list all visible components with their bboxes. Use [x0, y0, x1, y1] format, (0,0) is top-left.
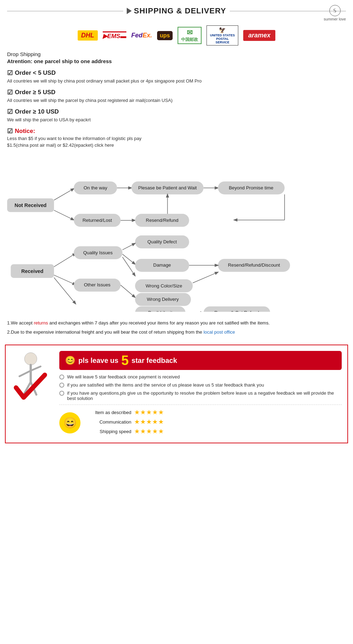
- resend-refund-discount-label: Resend/Refund/Discount: [228, 262, 280, 268]
- carrier-ems: ▶EMS▬: [103, 31, 126, 40]
- dont-like-label: Don't Like it: [148, 310, 173, 312]
- order-gte10-section: ☑ Order ≥ 10 USD We will ship the parcel…: [0, 107, 353, 126]
- checkmark-icon: ☑: [7, 69, 13, 77]
- please-wait-label: Plesase be Patient and Wait: [138, 185, 197, 190]
- page-header: SHIPPING & DELIVERY 𝕊 summer love: [0, 0, 353, 19]
- svg-line-2: [54, 210, 74, 220]
- beyond-promise-label: Beyond Promise time: [229, 185, 273, 190]
- feedback-banner: 😊 pls leave us 5 star feedback: [59, 351, 342, 370]
- svg-line-19: [122, 243, 135, 250]
- feedback-item-3: if you have any questions,pls give us th…: [59, 390, 342, 401]
- svg-line-20: [122, 254, 135, 265]
- svg-line-16: [54, 254, 76, 267]
- order-lt5-desc: All countries we will ship by china post…: [7, 78, 346, 86]
- flowchart-area: Not Received On the way Plesase be Patie…: [0, 150, 353, 316]
- notice-desc2: $1.5(china post air mail) or $2.42(epack…: [7, 142, 346, 148]
- return-policy: 1.We accept returns and exchanges within…: [0, 316, 353, 341]
- wrong-color-label: Wrong Color/Size: [145, 283, 182, 288]
- feedback-item-1: We will leave 5 star feedback once payme…: [59, 374, 342, 379]
- returns-link[interactable]: returns: [34, 320, 48, 326]
- not-received-label: Not Received: [14, 202, 46, 208]
- order-lt5-heading: ☑ Order < 5 USD: [7, 69, 346, 77]
- carrier-usps: 🦅 UNITED STATESPOSTAL SERVICE: [207, 25, 238, 45]
- rating-row-3: Shipping speed ★★★★★: [85, 427, 164, 435]
- carrier-aramex: aramex: [243, 30, 275, 41]
- svg-line-28: [121, 285, 135, 297]
- stick-figure-svg: [11, 351, 50, 407]
- brand-icon: 𝕊: [329, 5, 341, 16]
- drop-shipping-label: Drop Shipping: [7, 51, 346, 57]
- order-lt5-section: ☑ Order < 5 USD All countries we will sh…: [0, 68, 353, 87]
- return-refund-label: Reyurn & Get Refund: [214, 310, 259, 312]
- feedback-section: 😊 pls leave us 5 star feedback We will l…: [5, 345, 348, 443]
- atrention-label: Atrention: one parcel ship to one addres…: [7, 58, 346, 64]
- header-triangle-icon: [127, 8, 132, 14]
- order-gte5-heading: ☑ Order ≥ 5 USD: [7, 89, 346, 96]
- quality-defect-label: Quality Defect: [148, 239, 177, 244]
- rating-area: 😄 Item as described ★★★★★ Communication …: [59, 405, 342, 437]
- bullet-icon-1: [59, 375, 64, 379]
- carrier-china-post: ✉ 中国邮政: [178, 27, 202, 44]
- carrier-dhl: DHL: [78, 30, 98, 41]
- notice-heading: ☑ Notice:: [7, 127, 346, 135]
- feedback-item-2: if you are satisfied with the items and …: [59, 382, 342, 388]
- rating-row-1: Item as described ★★★★★: [85, 408, 164, 416]
- brand-logo: 𝕊 summer love: [324, 5, 346, 21]
- svg-line-21: [122, 257, 135, 276]
- order-gte10-heading: ☑ Order ≥ 10 USD: [7, 108, 346, 116]
- carriers-row: DHL ▶EMS▬ FedEx. ups ✉ 中国邮政 🦅 UNITED STA…: [0, 19, 353, 49]
- brand-name: summer love: [324, 17, 346, 21]
- shipping-info: Drop Shipping Atrention: one parcel ship…: [0, 49, 353, 68]
- svg-line-26: [193, 272, 218, 283]
- returned-lost-label: Returned/Lost: [83, 218, 112, 223]
- svg-line-17: [54, 275, 76, 285]
- carrier-ups: ups: [157, 31, 173, 40]
- feedback-illustration: [11, 351, 54, 437]
- resend-refund-label: Resend/Refund: [146, 218, 178, 223]
- local-post-link[interactable]: local post office: [203, 329, 235, 335]
- received-label: Received: [21, 268, 43, 274]
- smiley-yellow-icon: 😄: [59, 412, 80, 433]
- svg-line-30: [54, 278, 76, 304]
- notice-label: Notice:: [15, 128, 35, 135]
- carrier-fedex: FedEx.: [131, 32, 152, 39]
- order-gte10-desc: We will ship the parcel to USA by epackr…: [7, 116, 346, 124]
- checkmark-icon-3: ☑: [7, 108, 13, 116]
- notice-section: ☑ Notice: Less than $5 if you want to kn…: [0, 126, 353, 150]
- page-title: SHIPPING & DELIVERY: [134, 6, 226, 16]
- notice-desc1: Less than $5 if you want to know the inf…: [7, 135, 346, 142]
- flowchart-svg: Not Received On the way Plesase be Patie…: [4, 157, 349, 312]
- svg-line-1: [54, 189, 74, 200]
- order-gte5-section: ☑ Order ≥ 5 USD All countries we will sh…: [0, 87, 353, 107]
- rating-row-2: Communication ★★★★★: [85, 418, 164, 426]
- order-gte5-desc: All countries we will ship the parcel by…: [7, 97, 346, 105]
- other-issues-label: Other Issues: [84, 282, 111, 287]
- on-the-way-label: On the way: [84, 185, 107, 190]
- damage-label: Damage: [153, 262, 171, 268]
- bullet-icon-2: [59, 383, 64, 388]
- svg-line-37: [31, 366, 41, 371]
- smiley-icon: 😊: [65, 356, 76, 365]
- feedback-content: 😊 pls leave us 5 star feedback We will l…: [59, 351, 342, 437]
- svg-point-34: [24, 353, 37, 365]
- svg-line-36: [19, 371, 31, 376]
- bullet-icon-3: [59, 391, 64, 396]
- wrong-delivery-label: Wrong Delivery: [147, 297, 179, 302]
- checkmark-icon-4: ☑: [7, 127, 13, 135]
- header-line-left: [7, 11, 123, 11]
- quality-issues-label: Quality Issues: [83, 250, 113, 255]
- checkmark-icon-2: ☑: [7, 89, 13, 96]
- return-policy-line1: 1.We accept returns and exchanges within…: [7, 319, 346, 327]
- return-policy-line2: 2.Due to the expensive international fre…: [7, 328, 346, 336]
